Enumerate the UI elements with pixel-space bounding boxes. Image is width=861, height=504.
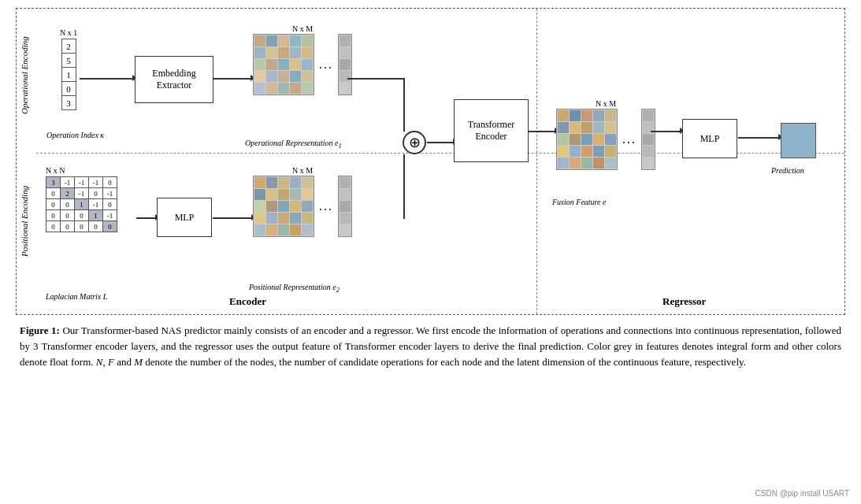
fusion-grey-col	[641, 109, 655, 170]
arrow-lap-to-mlp	[136, 217, 156, 219]
positional-encoding-label: Positional Encoding	[20, 162, 29, 280]
op-rep-caption: Operational Representation e1	[245, 139, 342, 150]
fusion-caption: Fusion Feature e	[552, 198, 607, 206]
regressor-section-label: Regressor	[662, 295, 706, 308]
mlp-box-regressor: MLP	[682, 119, 737, 158]
arrow-embed-to-oprep	[213, 78, 251, 80]
pos-rep-caption: Positional Representation e2	[249, 283, 340, 294]
embedding-extractor-box: EmbeddingExtractor	[135, 56, 213, 103]
arrow-mlp-to-posrep	[213, 217, 252, 219]
v-divider	[536, 9, 537, 314]
prediction-label: Prediction	[771, 166, 804, 175]
fusion-dots: ...	[622, 133, 636, 146]
diagram-area: Operational Encoding Positional Encoding…	[16, 8, 845, 315]
arrow-mlp-to-pred	[738, 137, 779, 139]
fusion-nm-label: N x M	[556, 99, 655, 108]
arrow-fusion-to-mlp	[651, 131, 681, 132]
arrow-plus-to-transformer	[427, 142, 454, 143]
arrow-posrep-to-plus	[403, 154, 405, 219]
lap-caption: Laplacian Matrix L	[46, 292, 107, 301]
operational-encoding-label: Operational Encoding	[20, 24, 29, 127]
transformer-encoder-box: TransformerEncoder	[454, 99, 529, 162]
pos-rep-dots: ...	[319, 200, 333, 213]
op-rep-grid	[253, 34, 314, 95]
arrow-oprep-to-plus	[347, 78, 404, 80]
fusion-feature-area: N x M	[556, 99, 655, 170]
mlp-box-positional: MLP	[157, 198, 212, 237]
main-container: Operational Encoding Positional Encoding…	[0, 0, 861, 504]
op-rep-grey-col	[338, 34, 352, 95]
pos-rep-nm-label: N x M	[253, 166, 352, 175]
encoder-section-label: Encoder	[229, 295, 266, 308]
pos-rep-area: N x M	[253, 166, 352, 237]
plus-circle: ⊕	[403, 131, 426, 154]
nx1-label: N x 1	[60, 28, 77, 37]
caption-area: Figure 1: Our Transformer-based NAS pred…	[16, 323, 845, 370]
pos-rep-grid	[253, 176, 314, 237]
lap-matrix-area: N x N 3 -1-1-10 0 2 -10-1 00 1 -10 000	[46, 166, 117, 232]
op-rep-nm-label: N x M	[253, 24, 352, 33]
lap-nxn-label: N x N	[46, 166, 117, 175]
figure-label: Figure 1:	[20, 324, 60, 336]
arrow-transformer-to-fusion	[529, 131, 555, 132]
arrow-oprep-v-down	[403, 78, 405, 132]
op-index-caption: Operation Index κ	[46, 131, 104, 139]
op-rep-area: N x M	[253, 24, 352, 95]
arrow-op-to-embed	[80, 78, 133, 80]
caption-text: Our Transformer-based NAS predictor main…	[20, 324, 841, 368]
op-index-column: N x 1 2 5 1 0 3	[60, 28, 77, 110]
fusion-grid	[556, 109, 618, 170]
pos-rep-grey-col	[338, 176, 352, 237]
op-rep-dots: ...	[319, 58, 333, 71]
prediction-box	[781, 123, 816, 158]
lap-table: 3 -1-1-10 0 2 -10-1 00 1 -10 000 1 -1	[46, 176, 117, 232]
watermark: CSDN @pip install USART	[755, 489, 849, 498]
op-index-table: 2 5 1 0 3	[61, 39, 76, 110]
